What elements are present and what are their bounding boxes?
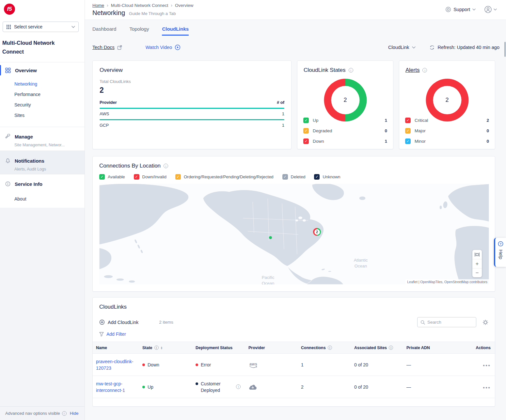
checkbox-checked-icon[interactable]: ✓ xyxy=(303,118,309,123)
checkbox-checked-icon[interactable]: ✓ xyxy=(282,174,288,180)
search-box[interactable] xyxy=(417,317,476,327)
breadcrumb-separator: › xyxy=(107,3,108,8)
divider xyxy=(0,62,85,62)
sidebar-item-service-info[interactable]: Service Info xyxy=(0,178,85,189)
checkbox-checked-icon[interactable]: ✓ xyxy=(99,174,105,180)
user-menu[interactable] xyxy=(484,6,497,13)
col-associated-sites[interactable]: Associated Sitesi xyxy=(351,346,403,350)
table-row: praveen-cloudlink-120723 Down Error aws … xyxy=(93,354,495,376)
private-adn-value: — xyxy=(403,362,452,367)
legend-row-degraded[interactable]: ✓ Degraded 0 xyxy=(303,125,387,136)
divider xyxy=(0,174,85,174)
map-attribution[interactable]: Leaflet | OpenMapTiles, OpenStreetMap co… xyxy=(405,279,489,284)
guide-me-link[interactable]: Guide Me Through a Tab xyxy=(129,11,176,16)
sidebar-subitem-label: Security xyxy=(14,102,31,107)
col-connections[interactable]: Connectionsi xyxy=(298,346,351,350)
checkbox-checked-icon[interactable]: ✓ xyxy=(303,128,309,134)
tab-dashboard[interactable]: Dashboard xyxy=(92,26,116,36)
sidebar-item-notifications[interactable]: Notifications Alerts, Audit Logs xyxy=(0,151,85,174)
alerts-card-title[interactable]: Alerts xyxy=(405,67,419,73)
world-map[interactable]: AtlanticOcean PacificOcean 2 + − Leaflet… xyxy=(99,184,489,284)
checkbox-checked-icon[interactable]: ✓ xyxy=(314,174,320,180)
hide-nav-link[interactable]: Hide xyxy=(70,411,79,416)
add-cloudlink-button[interactable]: Add CloudLink xyxy=(99,319,138,325)
tab-topology[interactable]: Topology xyxy=(129,26,149,36)
legend-row-minor[interactable]: ✓ Minor 0 xyxy=(405,136,489,146)
tab-cloudlinks[interactable]: CloudLinks xyxy=(162,26,189,36)
info-icon[interactable]: i xyxy=(422,68,427,73)
table-settings-gear-icon[interactable] xyxy=(482,319,488,325)
overview-card: Overview Total CloudLinks 2 Provider # o… xyxy=(92,60,292,149)
help-tab[interactable]: ? Help xyxy=(494,238,506,267)
support-menu[interactable]: Support xyxy=(445,7,476,12)
info-icon[interactable]: i xyxy=(154,346,159,350)
info-icon[interactable]: i xyxy=(164,164,168,168)
sidebar-item-about[interactable]: About xyxy=(0,194,85,204)
deployment-label: Customer Deployed xyxy=(201,380,228,394)
info-icon[interactable]: i xyxy=(389,346,393,350)
info-icon[interactable]: i xyxy=(328,346,332,350)
map-zoom-out-button[interactable]: − xyxy=(472,268,482,277)
info-icon[interactable]: i xyxy=(349,68,353,73)
legend-row-down[interactable]: ✓ Down 1 xyxy=(303,136,387,146)
cloudlink-name-link[interactable]: praveen-cloudlink-120723 xyxy=(96,358,134,371)
info-icon[interactable]: i xyxy=(62,411,67,416)
map-fit-bounds-button[interactable] xyxy=(472,250,482,259)
col-provider[interactable]: Provider xyxy=(245,346,298,350)
legend-unknown[interactable]: ✓Unknown xyxy=(314,174,340,180)
breadcrumb-home[interactable]: Home xyxy=(92,3,104,8)
legend-down-invalid[interactable]: ✓Down/Invalid xyxy=(134,174,166,180)
watch-video-link[interactable]: Watch Video xyxy=(146,44,181,50)
col-private-adn[interactable]: Private ADN xyxy=(403,346,452,350)
map-point-marker[interactable] xyxy=(269,236,272,239)
f5-logo[interactable]: f5 xyxy=(4,4,15,15)
table-header-row: Name Statei▲▼ Deployment Status Provider… xyxy=(93,342,495,354)
info-icon[interactable]: i xyxy=(236,384,241,389)
checkbox-checked-icon[interactable]: ✓ xyxy=(405,138,411,144)
tech-docs-link[interactable]: Tech Docs xyxy=(92,45,122,50)
checkbox-checked-icon[interactable]: ✓ xyxy=(405,118,411,123)
sort-icon[interactable]: ▲▼ xyxy=(161,346,163,349)
sidebar-item-overview[interactable]: Overview xyxy=(0,65,85,76)
map-zoom-in-button[interactable]: + xyxy=(472,259,482,268)
alerts-card: Alerts i 2 ✓ Critical 2 ✓ Major 0 ✓ Mino… xyxy=(399,60,495,149)
scrollbar-thumb[interactable] xyxy=(504,42,506,57)
provider-col-header: Provider xyxy=(100,100,117,105)
connections-map-card: Connections By Location i ✓Available ✓Do… xyxy=(92,156,495,292)
legend-label: Degraded xyxy=(313,128,332,133)
checkbox-checked-icon[interactable]: ✓ xyxy=(303,138,309,144)
legend-value: 1 xyxy=(385,139,387,144)
legend-ordering[interactable]: ✓Ordering/Requested/Pending/Deleting/Rej… xyxy=(175,174,274,180)
breadcrumb-level1[interactable]: Multi-Cloud Network Connect xyxy=(111,3,168,8)
info-circle-icon xyxy=(5,181,10,186)
cloudlink-name-link[interactable]: mw-test-gcp-interconnect-1 xyxy=(96,380,134,394)
row-actions-menu[interactable]: ●●● xyxy=(483,386,491,389)
scope-label: CloudLink xyxy=(388,45,409,50)
legend-row-critical[interactable]: ✓ Critical 2 xyxy=(405,115,489,125)
sidebar-item-security[interactable]: Security xyxy=(0,100,85,110)
scope-select[interactable]: CloudLink xyxy=(388,45,416,50)
col-state[interactable]: Statei▲▼ xyxy=(139,346,192,350)
sidebar-item-sites[interactable]: Sites xyxy=(0,110,85,121)
col-name[interactable]: Name xyxy=(93,346,139,350)
add-filter-button[interactable]: Add Filter xyxy=(99,331,488,337)
row-actions-menu[interactable]: ●●● xyxy=(483,363,491,367)
legend-deleted[interactable]: ✓Deleted xyxy=(282,174,306,180)
avatar-icon xyxy=(484,6,492,13)
refresh-button[interactable]: Refresh: Updated 40 min ago xyxy=(429,45,499,50)
search-input[interactable] xyxy=(427,320,473,325)
col-deployment-status[interactable]: Deployment Status xyxy=(192,346,245,350)
checkbox-checked-icon[interactable]: ✓ xyxy=(134,174,139,180)
map-cluster-marker[interactable]: 2 xyxy=(313,228,321,236)
legend-available[interactable]: ✓Available xyxy=(99,174,125,180)
sidebar-item-networking[interactable]: Networking xyxy=(0,79,85,89)
legend-row-up[interactable]: ✓ Up 1 xyxy=(303,115,387,125)
sidebar-item-performance[interactable]: Performance xyxy=(0,89,85,100)
provider-name: AWS xyxy=(100,111,109,116)
sidebar-item-manage[interactable]: Manage Site Management, Networ... xyxy=(0,131,85,147)
select-service-dropdown[interactable]: Select service xyxy=(3,22,79,32)
checkbox-checked-icon[interactable]: ✓ xyxy=(175,174,181,180)
legend-row-major[interactable]: ✓ Major 0 xyxy=(405,125,489,136)
legend-label: Minor xyxy=(415,139,426,144)
checkbox-checked-icon[interactable]: ✓ xyxy=(405,128,411,134)
